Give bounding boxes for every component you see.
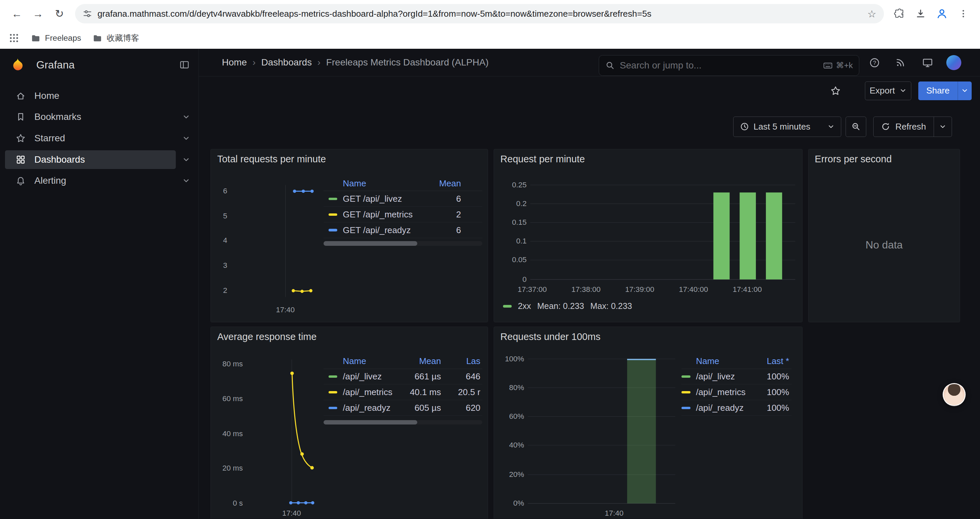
dock-menu-icon[interactable] (179, 59, 190, 70)
tv-mode-button[interactable] (919, 54, 936, 71)
screen: ← → ↻ ☆ (0, 0, 980, 519)
series-name: GET /api/_metrics (343, 209, 425, 220)
assistant-avatar-button[interactable] (943, 383, 966, 406)
y-tick: 100% (494, 355, 524, 363)
omnibox[interactable]: ☆ (75, 4, 884, 23)
extensions-button[interactable] (889, 3, 910, 24)
panel-title: Request per minute (500, 153, 585, 164)
series-last: 20.5 r (445, 387, 480, 398)
y-tick: 0.25 (494, 181, 527, 189)
spacer (681, 360, 690, 363)
col-mean[interactable]: Mean (425, 178, 461, 189)
chevron-down-icon[interactable] (182, 113, 190, 121)
bookmarks-bar: Freeleaps 收藏博客 (0, 27, 980, 49)
browser-menu-button[interactable] (953, 3, 974, 24)
forward-button[interactable]: → (27, 3, 49, 24)
col-last[interactable]: Last * (751, 356, 789, 366)
search-shortcut: ⌘+k (823, 61, 853, 70)
main-area: Home › Dashboards › Freeleaps Metrics Da… (199, 49, 980, 519)
url-input[interactable] (97, 9, 862, 19)
table-header: Name Mean Las (323, 354, 482, 369)
scrollbar-thumb[interactable] (323, 241, 417, 246)
back-button[interactable]: ← (6, 3, 28, 24)
export-button[interactable]: Export (865, 81, 911, 100)
downloads-button[interactable] (910, 3, 931, 24)
chevron-down-icon[interactable] (182, 177, 190, 185)
y-tick: 0.05 (494, 256, 527, 264)
user-avatar[interactable] (946, 55, 961, 70)
y-tick: 2 (211, 286, 227, 295)
scrollbar-thumb[interactable] (323, 420, 417, 425)
favorite-star-icon[interactable] (827, 82, 844, 99)
col-last[interactable]: Las (445, 356, 480, 366)
x-tick: 17:40:00 (673, 285, 713, 294)
table-row: /api/_livez 100% (681, 369, 792, 385)
y-tick: 0 s (213, 499, 243, 508)
table-scrollbar[interactable] (323, 241, 482, 246)
series-mean: 6 (425, 225, 461, 235)
nav-highlight (5, 107, 176, 126)
chevron-down-icon[interactable] (182, 156, 190, 164)
x-tick: 17:40 (273, 509, 310, 517)
series-mean: 661 µs (402, 371, 441, 382)
table-row: GET /api/_readyz 6 (323, 222, 482, 238)
share-button[interactable]: Share (918, 81, 958, 100)
apps-grid-icon[interactable] (9, 33, 19, 43)
table-row: GET /api/_livez 6 (323, 191, 482, 207)
news-rss-button[interactable] (892, 54, 909, 71)
bookmark-folder-freeleaps[interactable]: Freeleaps (31, 33, 81, 43)
back-icon: ← (12, 8, 22, 20)
profile-button[interactable] (931, 3, 953, 24)
col-mean[interactable]: Mean (402, 356, 441, 366)
breadcrumb-dashboards[interactable]: Dashboards (261, 57, 312, 68)
sidebar: Grafana Home (0, 49, 199, 519)
grafana-logo-icon[interactable] (10, 57, 24, 72)
x-tick: 17:40 (267, 306, 304, 314)
series-name: /api/_readyz (343, 403, 402, 413)
sidebar-item-starred[interactable]: Starred (0, 128, 199, 149)
breadcrumb-home[interactable]: Home (222, 57, 247, 68)
bookmark-folder-blog[interactable]: 收藏博客 (92, 33, 139, 43)
table-header: Name Mean (323, 176, 482, 192)
time-range-picker[interactable]: Last 5 minutes (733, 117, 841, 137)
sidebar-header: Grafana (0, 55, 199, 75)
reload-button[interactable]: ↻ (49, 3, 70, 24)
bookmark-star-icon[interactable]: ☆ (867, 8, 876, 20)
refresh-interval-button[interactable] (934, 117, 951, 137)
share-label: Share (926, 86, 950, 96)
share-menu-button[interactable] (958, 81, 971, 100)
chevron-down-icon[interactable] (182, 134, 190, 142)
col-name[interactable]: Name (343, 178, 425, 189)
legend-max: Max: 0.233 (590, 301, 632, 311)
svg-text:?: ? (873, 59, 876, 66)
col-name[interactable]: Name (343, 356, 402, 366)
series-color-blue (329, 229, 337, 231)
table-scrollbar[interactable] (323, 420, 482, 425)
legend-series[interactable]: 2xx (518, 301, 531, 311)
sidebar-item-home[interactable]: Home (0, 85, 199, 107)
search-box[interactable]: ⌘+k (599, 55, 859, 76)
y-tick: 5 (211, 212, 227, 220)
breadcrumb: Home › Dashboards › Freeleaps Metrics Da… (222, 49, 488, 76)
help-button[interactable]: ? (865, 54, 883, 71)
sidebar-item-label: Home (34, 91, 59, 101)
y-tick: 0 (494, 275, 527, 284)
series-color-blue (329, 407, 337, 409)
col-name[interactable]: Name (696, 356, 751, 366)
sidebar-item-bookmarks[interactable]: Bookmarks (0, 107, 199, 128)
y-tick: 0.15 (494, 218, 527, 227)
panel-title: Average response time (217, 331, 317, 342)
sidebar-item-alerting[interactable]: Alerting (0, 170, 199, 192)
panel-title: Errors per second (815, 153, 892, 164)
refresh-button[interactable]: Refresh (873, 117, 934, 137)
search-input[interactable] (620, 60, 818, 71)
series-last: 100% (751, 387, 789, 398)
panel-errors-per-second: Errors per second No data (808, 149, 960, 322)
x-tick: 17:41:00 (727, 285, 767, 294)
sidebar-item-label: Bookmarks (34, 112, 81, 122)
zoom-out-button[interactable] (846, 117, 866, 137)
series-mean: 605 µs (402, 403, 441, 413)
tune-icon (83, 9, 92, 19)
sidebar-item-dashboards[interactable]: Dashboards (0, 149, 199, 170)
chevron-down-icon (899, 87, 907, 94)
